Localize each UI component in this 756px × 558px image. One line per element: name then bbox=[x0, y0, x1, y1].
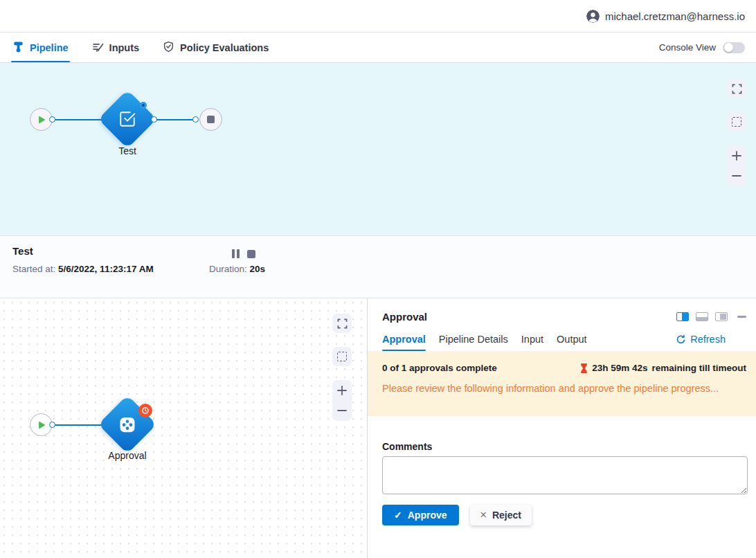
zoom-out-button[interactable] bbox=[332, 401, 352, 420]
pipeline-icon bbox=[12, 41, 24, 55]
step-details-panel: Approval Approval Pipeline Details Input… bbox=[368, 298, 756, 558]
tab-policy-evaluations-label: Policy Evaluations bbox=[180, 42, 269, 53]
timeout-time: 23h 59m 42s bbox=[592, 363, 647, 373]
tab-pipeline-details[interactable]: Pipeline Details bbox=[439, 334, 508, 351]
stage-status-bar: Test Started at: 5/6/2022, 11:23:17 AM D… bbox=[0, 236, 756, 298]
started-at-label: Started at: bbox=[12, 264, 55, 274]
layout-split-bottom-icon[interactable] bbox=[696, 312, 708, 321]
pipeline-graph-canvas[interactable]: Test bbox=[0, 63, 756, 236]
approvals-progress: 0 of 1 approvals complete bbox=[382, 363, 497, 373]
stage-node-test[interactable] bbox=[97, 89, 158, 150]
zoom-in-button[interactable] bbox=[727, 146, 746, 165]
refresh-icon bbox=[676, 334, 686, 345]
tab-inputs-label: Inputs bbox=[109, 42, 140, 53]
approve-label: Approve bbox=[408, 510, 447, 521]
stage-running-badge-icon bbox=[140, 102, 147, 109]
user-avatar-icon[interactable] bbox=[586, 10, 600, 23]
status-duration: Duration: 20s bbox=[209, 264, 265, 274]
toggle-knob bbox=[724, 43, 733, 52]
play-icon bbox=[37, 116, 46, 124]
fit-selection-button[interactable] bbox=[332, 347, 352, 366]
step-node-approval[interactable] bbox=[97, 394, 158, 455]
console-view-label: Console View bbox=[659, 42, 716, 53]
layout-split-right-icon[interactable] bbox=[676, 312, 689, 321]
minus-icon bbox=[336, 405, 348, 416]
edge-test-to-end bbox=[155, 119, 195, 120]
edge-connector bbox=[192, 116, 199, 123]
approval-message: Please review the following information … bbox=[382, 383, 746, 394]
status-stage-name: Test bbox=[12, 245, 33, 257]
console-view-toggle[interactable] bbox=[723, 42, 745, 53]
edge-connector bbox=[49, 422, 55, 428]
timeout-info: 23h 59m 42s remaining till timeout bbox=[580, 363, 746, 373]
abort-button[interactable] bbox=[247, 250, 255, 258]
marquee-icon bbox=[337, 352, 347, 361]
check-square-icon bbox=[118, 110, 136, 128]
fullscreen-icon bbox=[337, 318, 348, 329]
execution-tab-bar: Pipeline Inputs Policy Evaluations Conso… bbox=[0, 33, 756, 63]
status-started-at: Started at: 5/6/2022, 11:23:17 AM bbox=[12, 264, 154, 274]
check-icon: ✓ bbox=[394, 510, 402, 521]
duration-value: 20s bbox=[250, 264, 266, 274]
panel-tab-bar: Approval Pipeline Details Input Output R… bbox=[368, 323, 756, 351]
minus-icon bbox=[731, 170, 742, 181]
minimize-panel-icon[interactable] bbox=[737, 316, 746, 318]
stop-square-icon bbox=[207, 116, 215, 123]
fit-selection-button[interactable] bbox=[727, 112, 746, 132]
comments-input[interactable] bbox=[382, 456, 748, 494]
layout-float-icon[interactable] bbox=[715, 312, 728, 321]
tab-approval[interactable]: Approval bbox=[382, 334, 426, 351]
tab-pipeline[interactable]: Pipeline bbox=[12, 33, 69, 62]
comments-label: Comments bbox=[382, 441, 748, 452]
duration-label: Duration: bbox=[209, 264, 247, 274]
user-email[interactable]: michael.cretzman@harness.io bbox=[605, 10, 745, 22]
tab-output[interactable]: Output bbox=[557, 334, 587, 351]
waiting-timer-badge bbox=[138, 404, 152, 417]
edge-connector bbox=[151, 116, 157, 123]
refresh-button[interactable]: Refresh bbox=[676, 334, 726, 351]
shield-check-icon bbox=[163, 41, 174, 55]
edge-connector bbox=[49, 116, 55, 123]
reject-label: Reject bbox=[492, 510, 521, 521]
play-icon bbox=[37, 421, 46, 429]
fullscreen-button[interactable] bbox=[727, 79, 746, 98]
tab-policy-evaluations[interactable]: Policy Evaluations bbox=[163, 33, 269, 62]
fullscreen-button[interactable] bbox=[332, 314, 352, 333]
approve-button[interactable]: ✓ Approve bbox=[382, 505, 459, 525]
reject-button[interactable]: × Reject bbox=[470, 505, 532, 525]
panel-title: Approval bbox=[382, 311, 427, 323]
zoom-control-group bbox=[727, 145, 746, 186]
end-node bbox=[199, 108, 222, 131]
close-icon: × bbox=[480, 509, 487, 521]
started-at-value: 5/6/2022, 11:23:17 AM bbox=[58, 264, 154, 274]
tab-pipeline-label: Pipeline bbox=[30, 42, 69, 53]
top-bar: michael.cretzman@harness.io bbox=[0, 0, 756, 33]
zoom-out-button[interactable] bbox=[727, 166, 746, 186]
timeout-text: remaining till timeout bbox=[651, 363, 746, 373]
zoom-in-button[interactable] bbox=[332, 381, 352, 400]
stage-label: Test bbox=[97, 145, 158, 156]
tab-inputs[interactable]: Inputs bbox=[92, 33, 140, 62]
clock-icon bbox=[141, 406, 150, 415]
plus-icon bbox=[731, 150, 742, 161]
refresh-label: Refresh bbox=[690, 334, 726, 345]
pause-button[interactable] bbox=[232, 249, 240, 258]
execution-graph-canvas[interactable]: Approval bbox=[0, 298, 368, 558]
plus-icon bbox=[336, 385, 348, 396]
marquee-icon bbox=[732, 117, 741, 127]
inputs-icon bbox=[92, 41, 104, 55]
approval-step-icon bbox=[118, 415, 137, 434]
approval-banner: 0 of 1 approvals complete 23h 59m 42s re… bbox=[368, 351, 756, 416]
hourglass-icon bbox=[580, 363, 588, 373]
tab-input[interactable]: Input bbox=[521, 334, 543, 351]
zoom-control-group bbox=[332, 380, 352, 421]
step-label: Approval bbox=[97, 450, 158, 461]
fullscreen-icon bbox=[732, 84, 742, 94]
